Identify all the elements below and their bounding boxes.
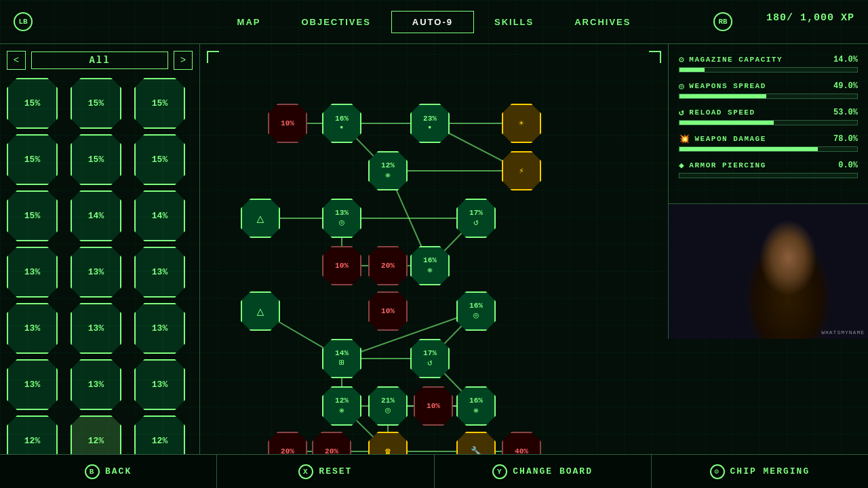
node-percent: 10% <box>281 119 294 127</box>
node-icon: ☀ <box>519 118 524 129</box>
tree-node-n20[interactable]: 10% <box>414 386 453 426</box>
tree-node-n16[interactable]: 14%⊞ <box>322 339 361 378</box>
tree-node-n11[interactable]: 20% <box>368 246 408 285</box>
chip-item[interactable]: 15% <box>7 78 58 129</box>
stat-bar-bg <box>679 173 858 178</box>
chip-item[interactable]: 13% <box>71 247 121 298</box>
button-icon: ⚙ <box>710 464 725 479</box>
node-icon: ↺ <box>473 217 479 228</box>
stat-row: ◎ WEAPONS SPREAD 49.0% <box>679 81 858 99</box>
node-percent: 20% <box>381 262 395 270</box>
chip-item[interactable]: 15% <box>71 78 121 129</box>
tree-node-n14[interactable]: 10% <box>368 291 408 331</box>
tree-node-n21[interactable]: 16%❋ <box>456 386 496 426</box>
button-icon: B <box>85 464 100 479</box>
stat-icon: ◎ <box>679 81 685 92</box>
chip-item[interactable]: 13% <box>7 359 58 410</box>
tree-node-n6[interactable]: ⚡ <box>502 151 541 190</box>
node-percent: 13% <box>335 209 349 217</box>
tree-node-n15[interactable]: 16%◎ <box>456 291 496 331</box>
stat-bar-fill <box>679 68 705 72</box>
button-label: CHANGE BOARD <box>513 466 593 476</box>
tree-node-n1[interactable]: 10% <box>268 104 307 143</box>
stat-name-label: WEAPONS SPREAD <box>689 82 766 90</box>
node-octagon: 14%⊞ <box>322 339 361 378</box>
lb-button[interactable]: LB <box>14 12 33 31</box>
node-icon: ❋ <box>339 405 344 415</box>
bottom-button-change-board[interactable]: Y CHANGE BOARD <box>435 455 652 488</box>
tree-node-n12[interactable]: 16%❋ <box>410 246 450 285</box>
node-icon: ❋ <box>385 169 391 180</box>
node-octagon: 21%◎ <box>368 386 408 426</box>
tab-objectives[interactable]: OBJECTIVES <box>281 12 391 33</box>
chip-item[interactable]: 13% <box>7 303 58 354</box>
node-icon: ❋ <box>427 264 433 275</box>
stat-value: 53.0% <box>833 108 858 117</box>
filter-prev[interactable]: < <box>7 51 26 70</box>
tree-node-n5[interactable]: 12%❋ <box>368 151 408 190</box>
tree-node-n17[interactable]: 17%↺ <box>410 339 450 378</box>
node-percent: 17% <box>469 209 483 217</box>
node-octagon: 16%▪ <box>322 104 361 143</box>
tree-node-n18[interactable]: 12%❋ <box>322 386 361 426</box>
chip-item[interactable]: 13% <box>7 247 58 298</box>
chip-item[interactable]: 15% <box>134 78 185 129</box>
tree-node-n2[interactable]: 16%▪ <box>322 104 361 143</box>
stat-value: 78.0% <box>833 134 858 144</box>
node-octagon: 16%❋ <box>456 386 496 426</box>
tree-node-n19[interactable]: 21%◎ <box>368 386 408 426</box>
rb-button[interactable]: RB <box>713 12 732 31</box>
tree-node-n13[interactable]: △ <box>241 291 280 331</box>
chip-item[interactable]: 15% <box>7 190 58 241</box>
chip-item[interactable]: 14% <box>134 190 185 241</box>
warn-icon: △ <box>257 211 264 226</box>
bottom-button-back[interactable]: B BACK <box>0 455 217 488</box>
filter-next[interactable]: > <box>174 51 193 70</box>
chip-item[interactable]: 13% <box>134 247 185 298</box>
stat-bar-fill <box>679 147 818 151</box>
stat-row: 💥 WEAPON DAMAGE 78.0% <box>679 134 858 152</box>
tab-map[interactable]: MAP <box>217 12 281 33</box>
tree-node-n9[interactable]: 17%↺ <box>456 199 496 238</box>
chip-item[interactable]: 13% <box>134 303 185 354</box>
stat-bar-fill <box>679 121 774 125</box>
stat-icon: ◆ <box>679 160 685 171</box>
node-octagon: △ <box>241 199 280 238</box>
tree-node-n3[interactable]: 23%▪ <box>410 104 450 143</box>
chip-item[interactable]: 13% <box>134 359 185 410</box>
tree-node-n4[interactable]: ☀ <box>502 104 541 143</box>
left-panel: < All > 15%15%15%15%15%15%15%14%14%13%13… <box>0 44 200 478</box>
chip-item[interactable]: 15% <box>134 134 185 185</box>
stat-icon: 💥 <box>679 134 691 144</box>
stat-icon: ↺ <box>679 107 685 118</box>
tab-auto9[interactable]: AUTO-9 <box>391 11 474 33</box>
warn-icon: △ <box>257 304 264 319</box>
bottom-button-chip-merging[interactable]: ⚙ CHIP MERGING <box>652 455 868 488</box>
button-label: BACK <box>105 466 132 476</box>
node-octagon: 16%◎ <box>456 291 496 331</box>
stat-name-label: WEAPON DAMAGE <box>695 135 766 143</box>
node-icon: ◎ <box>339 217 344 228</box>
chip-item[interactable]: 13% <box>71 303 121 354</box>
tab-archives[interactable]: ARCHIVES <box>554 12 651 33</box>
xp-display: 180/ 1,000 XP <box>766 12 854 24</box>
node-percent: 16% <box>423 256 437 264</box>
tree-node-n8[interactable]: 13%◎ <box>322 199 361 238</box>
stat-row: ⚙ MAGAZINE CAPACITY 14.0% <box>679 54 858 73</box>
chip-item[interactable]: 14% <box>71 190 121 241</box>
node-percent: 10% <box>427 402 440 410</box>
tree-node-n7[interactable]: △ <box>241 199 280 238</box>
node-percent: 16% <box>469 302 483 310</box>
node-octagon: △ <box>241 291 280 331</box>
button-label: RESET <box>319 466 352 476</box>
node-octagon: 12%❋ <box>368 151 408 190</box>
chip-item[interactable]: 13% <box>71 359 121 410</box>
bottom-button-reset[interactable]: X RESET <box>217 455 434 488</box>
tab-skills[interactable]: SKILLS <box>474 12 554 33</box>
chip-item[interactable]: 15% <box>71 134 121 185</box>
node-percent: 12% <box>335 396 349 405</box>
node-octagon: 13%◎ <box>322 199 361 238</box>
tree-node-n10[interactable]: 10% <box>322 246 361 285</box>
filter-bar: < All > <box>7 51 193 70</box>
chip-item[interactable]: 15% <box>7 134 58 185</box>
